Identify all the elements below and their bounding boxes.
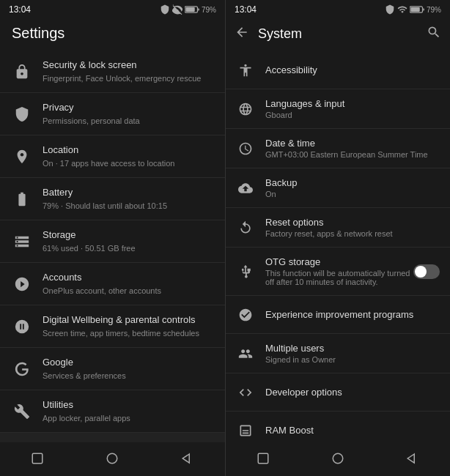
battery-subtitle: 79% · Should last until about 10:15: [43, 201, 213, 211]
security-subtitle: Fingerprint, Face Unlock, emergency resc…: [43, 73, 213, 83]
svg-point-9: [333, 453, 343, 464]
accessibility-title: Accessibility: [265, 64, 440, 75]
location-text: Location On · 17 apps have access to loc…: [43, 144, 213, 168]
settings-item-location[interactable]: Location On · 17 apps have access to loc…: [0, 135, 225, 178]
settings-item-battery[interactable]: Battery 79% · Should last until about 10…: [0, 178, 225, 220]
nav-triangle-right[interactable]: [404, 450, 421, 467]
left-panel: 13:04 79% Settings Security & lock scree…: [0, 0, 225, 476]
datetime-text: Date & time GMT+03:00 Eastern European S…: [265, 138, 440, 159]
otg-subtitle: This function will be automatically turn…: [265, 269, 413, 286]
datetime-subtitle: GMT+03:00 Eastern European Summer Time: [265, 150, 440, 159]
otg-toggle[interactable]: [413, 264, 440, 279]
utilities-text: Utilities App locker, parallel apps: [43, 399, 213, 423]
reset-subtitle: Factory reset, apps & network reset: [265, 229, 440, 238]
clock-icon: [236, 139, 255, 158]
ramboost-title: RAM Boost: [265, 425, 440, 436]
multiuser-text: Multiple users Signed in as Owner: [265, 343, 440, 364]
system-app-bar-left: System: [235, 25, 302, 42]
nav-circle-right[interactable]: [329, 450, 347, 467]
left-app-title: Settings: [12, 25, 64, 41]
settings-item-security[interactable]: Security & lock screen Fingerprint, Face…: [0, 51, 225, 93]
left-status-icons: 79%: [160, 4, 216, 15]
language-subtitle: Gboard: [265, 111, 440, 119]
settings-item-utilities[interactable]: Utilities App locker, parallel apps: [0, 390, 225, 433]
settings-item-system[interactable]: System Language & keyboard, time, reset,…: [0, 433, 225, 442]
language-icon: [236, 100, 255, 119]
privacy-title: Privacy: [43, 102, 213, 114]
settings-item-accounts[interactable]: Accounts OnePlus account, other accounts: [0, 263, 225, 305]
sys-item-experience[interactable]: Experience improvement programs: [226, 296, 450, 334]
settings-item-google[interactable]: Google Services & preferences: [0, 348, 225, 390]
reset-title: Reset options: [265, 217, 440, 228]
backup-text: Backup On: [265, 177, 440, 198]
sys-item-multiuser[interactable]: Multiple users Signed in as Owner: [226, 334, 450, 373]
search-icon[interactable]: [427, 25, 441, 42]
back-icon[interactable]: [235, 25, 249, 42]
svg-rect-3: [32, 453, 43, 464]
left-status-time: 13:04: [9, 4, 31, 15]
system-title-bar: System: [258, 26, 302, 42]
wellbeing-icon: [12, 316, 32, 337]
sys-item-ramboost[interactable]: RAM Boost: [226, 412, 450, 442]
google-title: Google: [43, 357, 213, 369]
experience-text: Experience improvement programs: [265, 309, 440, 320]
nav-triangle-left[interactable]: [179, 450, 196, 467]
sys-item-reset[interactable]: Reset options Factory reset, apps & netw…: [226, 208, 450, 248]
svg-point-4: [108, 453, 118, 464]
sys-item-backup[interactable]: Backup On: [226, 168, 450, 208]
security-title: Security & lock screen: [43, 59, 213, 72]
utilities-subtitle: App locker, parallel apps: [43, 413, 213, 423]
location-icon: [12, 146, 32, 167]
privacy-subtitle: Permissions, personal data: [43, 116, 213, 126]
svg-rect-2: [185, 7, 195, 12]
wellbeing-text: Digital Wellbeing & parental controls Sc…: [43, 314, 213, 338]
right-status-time: 13:04: [235, 4, 257, 15]
datetime-title: Date & time: [265, 138, 440, 149]
location-subtitle: On · 17 apps have access to location: [43, 158, 213, 168]
right-nav-bar: [226, 442, 450, 476]
accounts-subtitle: OnePlus account, other accounts: [43, 286, 213, 296]
right-status-icons: 79%: [385, 4, 441, 15]
storage-subtitle: 61% used · 50.51 GB free: [43, 243, 213, 253]
privacy-icon: [12, 104, 32, 124]
wellbeing-title: Digital Wellbeing & parental controls: [43, 314, 213, 327]
security-text: Security & lock screen Fingerprint, Face…: [43, 59, 213, 83]
svg-rect-8: [258, 453, 268, 464]
settings-list: Security & lock screen Fingerprint, Face…: [0, 51, 225, 442]
accounts-title: Accounts: [43, 272, 213, 284]
svg-marker-5: [182, 454, 189, 463]
backup-icon: [236, 179, 255, 198]
sys-item-accessibility[interactable]: Accessibility: [226, 51, 450, 89]
nav-square-right[interactable]: [254, 450, 272, 467]
svg-point-0: [177, 10, 179, 12]
battery-title: Battery: [43, 187, 213, 199]
sys-item-language[interactable]: Languages & input Gboard: [226, 89, 450, 129]
google-text: Google Services & preferences: [43, 357, 213, 381]
settings-item-wellbeing[interactable]: Digital Wellbeing & parental controls Sc…: [0, 305, 225, 348]
multiuser-subtitle: Signed in as Owner: [265, 355, 440, 364]
google-subtitle: Services & preferences: [43, 371, 213, 381]
backup-subtitle: On: [265, 190, 440, 198]
settings-item-privacy[interactable]: Privacy Permissions, personal data: [0, 93, 225, 135]
sys-item-otg[interactable]: OTG storage This function will be automa…: [226, 248, 450, 296]
developer-text: Developer options: [265, 387, 440, 398]
developer-title: Developer options: [265, 387, 440, 398]
ram-icon: [236, 421, 255, 440]
nav-square-left[interactable]: [29, 450, 46, 467]
nav-circle-left[interactable]: [103, 450, 121, 467]
experience-title: Experience improvement programs: [265, 309, 440, 320]
otg-text: OTG storage This function will be automa…: [265, 256, 413, 286]
utilities-icon: [12, 401, 32, 422]
language-text: Languages & input Gboard: [265, 98, 440, 119]
storage-text: Storage 61% used · 50.51 GB free: [43, 229, 213, 253]
battery-text: Battery 79% · Should last until about 10…: [43, 187, 213, 211]
location-title: Location: [43, 144, 213, 157]
storage-icon: [12, 231, 32, 252]
settings-item-storage[interactable]: Storage 61% used · 50.51 GB free: [0, 220, 225, 263]
system-list: Accessibility Languages & input Gboard D…: [226, 51, 450, 442]
sys-item-developer[interactable]: Developer options: [226, 373, 450, 412]
language-title: Languages & input: [265, 98, 440, 109]
sys-item-datetime[interactable]: Date & time GMT+03:00 Eastern European S…: [226, 129, 450, 168]
reset-icon: [236, 218, 255, 237]
right-status-bar: 13:04 79%: [226, 0, 450, 18]
